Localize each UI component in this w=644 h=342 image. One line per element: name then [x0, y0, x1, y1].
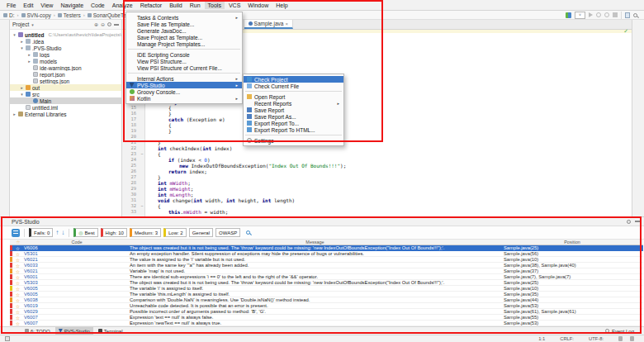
next-arrow-icon[interactable]: ↓ [61, 230, 64, 236]
menu-vcs[interactable]: VCS [225, 2, 244, 9]
tree-item-src[interactable]: ▾src [10, 91, 121, 97]
menu-item-view-psi-structure[interactable]: View PSI Structure... [126, 58, 242, 64]
menu-item-check-current-file[interactable]: Check Current File [244, 83, 343, 89]
tree-item-external-libraries[interactable]: ▸External Libraries [10, 111, 121, 117]
favorite-star-icon[interactable]: ☆ [13, 274, 22, 280]
filter-button-high-10[interactable]: High: 10 [101, 228, 127, 237]
favorite-star-icon[interactable]: ☆ [13, 280, 22, 286]
tree-item-ide-warnings-json[interactable]: ide-warnings.json [10, 64, 121, 71]
table-row[interactable]: ☆V6005The variable 'i' is assigned to it… [10, 286, 643, 292]
toolwindow-switcher-icon[interactable] [5, 336, 10, 341]
tree-item-models[interactable]: ▸models [10, 58, 121, 64]
tree-chevron-icon[interactable]: ▸ [27, 59, 31, 64]
lock-icon[interactable] [618, 336, 623, 341]
menu-analyze[interactable]: Analyze [109, 2, 136, 9]
table-row[interactable]: ☆V6001There are identical sub-expression… [10, 274, 643, 280]
table-row[interactable]: ☆V6006The object was created but it is n… [10, 245, 643, 251]
hide-panel-icon[interactable] [635, 221, 640, 222]
diagnostic-code-link[interactable]: V6007 [22, 321, 128, 325]
status-item-1-1[interactable]: 1:1 [538, 336, 545, 341]
fold-marker-icon[interactable]: − [139, 151, 145, 157]
chevron-down-icon[interactable] [31, 21, 34, 27]
diagnostic-position[interactable]: Sample.java(56) [501, 251, 643, 256]
table-row[interactable]: ☆V6007Expression 'text == null' is alway… [10, 315, 643, 321]
menu-run[interactable]: Run [187, 2, 204, 9]
diagnostic-position[interactable]: Sample.java(25) [501, 245, 643, 250]
project-panel-title[interactable]: Project [12, 21, 29, 27]
column-header-position[interactable]: Position [501, 240, 643, 245]
favorite-star-icon[interactable]: ☆ [13, 297, 22, 303]
menu-item-save-file-as-template[interactable]: Save File as Template... [126, 21, 242, 27]
hide-panel-icon[interactable] [114, 24, 119, 26]
diagnostic-position[interactable]: Sample.java(35) [501, 292, 643, 297]
table-row[interactable]: ☆V5303The object was created but it is n… [10, 280, 643, 286]
menu-hamburger-icon[interactable] [12, 229, 20, 237]
menu-item-save-report-as[interactable]: Save Report As... [244, 113, 343, 120]
coverage-icon[interactable] [596, 12, 601, 17]
menu-item-ide-scripting-console[interactable]: IDE Scripting Console [126, 51, 242, 58]
diagnostic-code-link[interactable]: V6001 [22, 274, 128, 279]
breadcrumb-item[interactable]: SVN-copy [21, 12, 51, 18]
favorite-star-icon[interactable] [13, 240, 23, 245]
menu-item-save-project-as-template[interactable]: Save Project as Template... [126, 34, 242, 40]
diagnostic-position[interactable]: Sample.java(10) [501, 257, 643, 262]
menu-item-tasks-contexts[interactable]: Tasks & Contexts [126, 14, 242, 21]
diagnostic-position[interactable]: Sample.java(7), Sample.java(7) [501, 274, 643, 279]
menu-item-groovy-console[interactable]: Groovy Console... [126, 88, 242, 95]
diagnostic-code-link[interactable]: V6021 [22, 268, 128, 273]
menu-item-pvs-studio[interactable]: PVS-Studio [126, 82, 242, 88]
diagnostic-code-link[interactable]: V5303 [22, 280, 128, 285]
table-row[interactable]: ☆V6029Possible incorrect order of argume… [10, 309, 643, 315]
diagnostic-code-link[interactable]: V6019 [22, 303, 128, 308]
diagnostic-code-link[interactable]: V6007 [22, 315, 128, 320]
inspector-icon[interactable] [630, 336, 634, 341]
gear-icon[interactable] [107, 22, 111, 26]
status-item-crlf[interactable]: CRLF: [560, 336, 574, 341]
favorite-star-icon[interactable]: ☆ [13, 268, 22, 274]
menu-window[interactable]: Window [244, 2, 272, 9]
run-icon[interactable] [589, 12, 593, 17]
filter-button-fails-0[interactable]: Fails: 0 [29, 228, 53, 237]
tree-chevron-icon[interactable]: ▾ [20, 92, 24, 97]
diagnostic-position[interactable]: Sample.java(25) [501, 280, 643, 285]
diagnostic-position[interactable]: Sample.java(53) [501, 303, 643, 308]
favorite-star-icon[interactable]: ☆ [13, 245, 22, 251]
table-row[interactable]: ☆V6007Expression 'newText == null' is al… [10, 321, 643, 326]
diagnostic-code-link[interactable]: V6006 [22, 245, 128, 250]
tree-item-pvs-studio[interactable]: ▾.PVS-Studio [10, 45, 121, 51]
menu-item-kotlin[interactable]: Kotlin [126, 95, 242, 102]
tree-item-settings-json[interactable]: settings.json [10, 78, 121, 84]
tree-item-idea[interactable]: ▸.idea [10, 38, 121, 45]
tree-item-untitled-iml[interactable]: untitled.iml [10, 104, 121, 111]
menu-item-check-project[interactable]: Check Project [244, 76, 343, 83]
menu-refactor[interactable]: Refactor [137, 2, 165, 9]
diagnostic-code-link[interactable]: V6038 [22, 297, 128, 302]
menu-item-recent-reports[interactable]: Recent Reports [244, 100, 343, 107]
diagnostic-position[interactable]: Sample.java(55) [501, 315, 643, 320]
favorite-star-icon[interactable]: ☆ [13, 251, 22, 257]
tree-chevron-icon[interactable]: ▸ [20, 85, 24, 90]
tree-item-untitled[interactable]: ▾untitledC:\Users\avtihevich\IdeaProject… [10, 31, 121, 38]
search-icon[interactable] [246, 230, 250, 235]
menu-item-generate-javadoc[interactable]: Generate JavaDoc... [126, 27, 242, 34]
breadcrumb-item[interactable]: D: [3, 12, 15, 18]
diagnostic-position[interactable]: Sample.java(44) [501, 297, 643, 302]
table-row[interactable]: ☆V6005The variable 'this.mLength' is ass… [10, 292, 643, 297]
menu-navigate[interactable]: Navigate [57, 2, 87, 9]
diagnostic-position[interactable]: Sample.java(61), Sample.java(61) [501, 309, 643, 314]
tree-chevron-icon[interactable]: ▾ [20, 45, 24, 50]
gear-icon[interactable] [627, 220, 631, 224]
filter-button-low-2[interactable]: Low: 2 [163, 228, 187, 237]
tree-chevron-icon[interactable]: ▾ [12, 32, 17, 37]
menu-item-export-report-to[interactable]: Export Report To... [244, 120, 343, 126]
tree-item-logs[interactable]: ▸logs [10, 51, 121, 58]
menu-file[interactable]: File [3, 2, 19, 9]
diagnostic-code-link[interactable]: V5301 [22, 251, 128, 256]
diff-icon[interactable] [625, 12, 630, 18]
table-row[interactable]: ☆V6019Unreachable code detected. It is p… [10, 303, 643, 309]
diagnostic-code-link[interactable]: V6021 [22, 257, 128, 262]
menu-item-view-psi-structure-of-current-file[interactable]: View PSI Structure of Current File... [126, 64, 242, 71]
toolwindow-tab-pvs-studio[interactable]: PVS-Studio [55, 327, 93, 335]
menu-item-open-report[interactable]: Open Report [244, 93, 343, 100]
diagnostic-position[interactable]: Sample.java(37) [501, 268, 643, 273]
